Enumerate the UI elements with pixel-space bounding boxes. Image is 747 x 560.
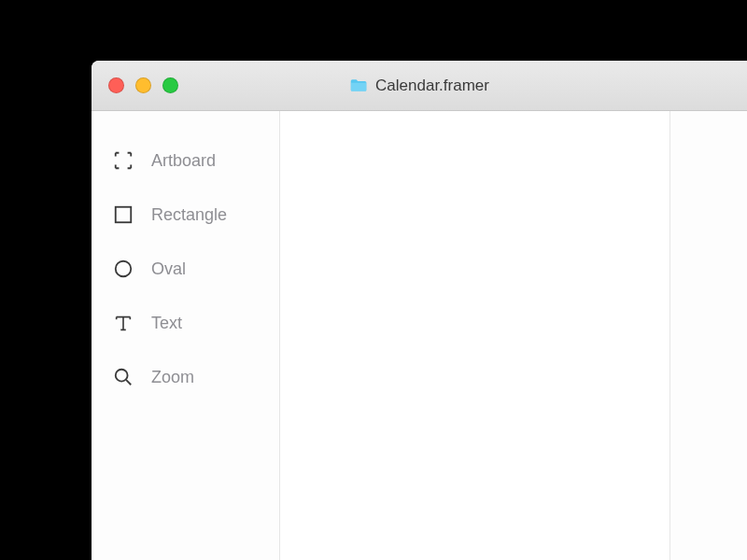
app-window: Calendar.framer Artboard <box>92 61 747 560</box>
svg-rect-0 <box>116 207 132 223</box>
tool-rectangle[interactable]: Rectangle <box>92 188 279 242</box>
svg-point-1 <box>116 261 132 277</box>
tool-label: Oval <box>151 259 186 279</box>
document-title: Calendar.framer <box>375 77 489 95</box>
close-button[interactable] <box>108 77 124 93</box>
tool-text[interactable]: Text <box>92 296 279 350</box>
svg-line-3 <box>126 380 131 385</box>
rectangle-icon <box>112 203 134 226</box>
canvas[interactable] <box>280 111 670 560</box>
tool-oval[interactable]: Oval <box>92 242 279 296</box>
titlebar[interactable]: Calendar.framer <box>92 61 747 111</box>
tool-artboard[interactable]: Artboard <box>92 133 279 188</box>
tool-label: Rectangle <box>151 205 227 225</box>
tool-label: Artboard <box>151 151 216 171</box>
document-folder-icon <box>349 77 368 95</box>
maximize-button[interactable] <box>162 77 178 93</box>
title-center: Calendar.framer <box>349 77 489 95</box>
minimize-button[interactable] <box>135 77 151 93</box>
artboard-icon <box>112 149 134 172</box>
sidebar: Artboard Rectangle Oval <box>92 111 280 560</box>
zoom-icon <box>112 366 134 388</box>
tool-label: Text <box>151 314 182 333</box>
tool-label: Zoom <box>151 368 194 387</box>
text-icon <box>112 312 134 334</box>
oval-icon <box>112 258 134 280</box>
svg-point-2 <box>116 370 128 382</box>
tool-zoom[interactable]: Zoom <box>92 350 279 404</box>
traffic-lights <box>108 77 178 93</box>
app-body: Artboard Rectangle Oval <box>92 111 747 560</box>
right-panel <box>670 111 747 560</box>
